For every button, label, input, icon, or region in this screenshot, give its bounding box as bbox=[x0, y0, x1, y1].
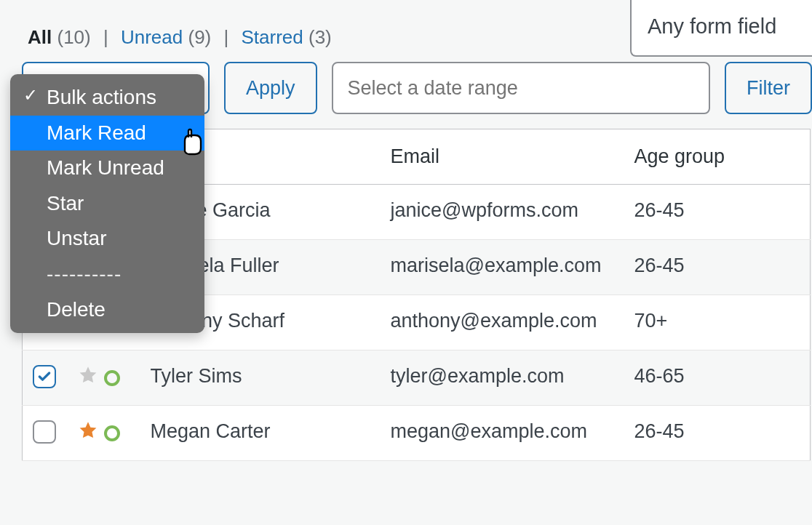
tab-starred[interactable]: Starred (3) bbox=[241, 26, 331, 48]
star-icon[interactable] bbox=[78, 365, 98, 390]
cursor-icon bbox=[179, 128, 208, 159]
unread-indicator-icon[interactable] bbox=[104, 370, 120, 386]
cell-age: 70+ bbox=[624, 295, 811, 350]
bulk-actions-dropdown: Bulk actions Mark Read Mark Unread Star … bbox=[10, 74, 204, 333]
cell-age: 26-45 bbox=[624, 185, 811, 240]
header-email[interactable]: Email bbox=[381, 129, 624, 185]
dropdown-separator: ---------- bbox=[10, 257, 204, 292]
dropdown-item-unstar[interactable]: Unstar bbox=[10, 221, 204, 257]
cell-age: 26-45 bbox=[624, 406, 811, 461]
tab-separator: | bbox=[223, 26, 228, 48]
cell-age: 46-65 bbox=[624, 350, 811, 406]
tab-count: (10) bbox=[57, 26, 90, 48]
tab-all[interactable]: All (10) bbox=[28, 26, 96, 48]
tab-label: Starred bbox=[241, 26, 303, 48]
filter-button[interactable]: Filter bbox=[725, 62, 812, 114]
cell-email: anthony@example.com bbox=[381, 295, 624, 350]
tab-label: Unread bbox=[121, 26, 183, 48]
cell-name[interactable]: Megan Carter bbox=[140, 406, 381, 461]
cell-email: marisela@example.com bbox=[381, 240, 624, 295]
unread-indicator-icon[interactable] bbox=[104, 425, 120, 441]
row-checkbox[interactable] bbox=[33, 365, 56, 388]
cell-email: janice@wpforms.com bbox=[381, 185, 624, 240]
dropdown-item-mark-unread[interactable]: Mark Unread bbox=[10, 151, 204, 186]
table-row: Tyler Sims tyler@example.com 46-65 bbox=[23, 350, 811, 406]
cell-email: tyler@example.com bbox=[381, 350, 624, 406]
table-row: Megan Carter megan@example.com 26-45 bbox=[23, 406, 811, 461]
tab-unread[interactable]: Unread (9) bbox=[121, 26, 217, 48]
tab-count: (3) bbox=[309, 26, 332, 48]
date-range-input[interactable] bbox=[332, 62, 710, 114]
dropdown-item-mark-read[interactable]: Mark Read bbox=[10, 116, 204, 151]
row-checkbox[interactable] bbox=[33, 420, 56, 444]
cell-email: megan@example.com bbox=[381, 406, 624, 461]
tab-label: All bbox=[28, 26, 52, 48]
cell-age: 26-45 bbox=[624, 240, 811, 295]
star-icon[interactable] bbox=[78, 420, 98, 446]
cell-name[interactable]: Tyler Sims bbox=[140, 350, 381, 406]
tab-count: (9) bbox=[188, 26, 211, 48]
dropdown-item-bulk-actions[interactable]: Bulk actions bbox=[10, 80, 204, 116]
dropdown-item-delete[interactable]: Delete bbox=[10, 292, 204, 328]
any-form-field-select[interactable]: Any form field bbox=[630, 0, 812, 57]
header-age[interactable]: Age group bbox=[624, 129, 811, 185]
dropdown-item-star[interactable]: Star bbox=[10, 186, 204, 222]
apply-button[interactable]: Apply bbox=[224, 62, 317, 114]
tab-separator: | bbox=[103, 26, 108, 48]
